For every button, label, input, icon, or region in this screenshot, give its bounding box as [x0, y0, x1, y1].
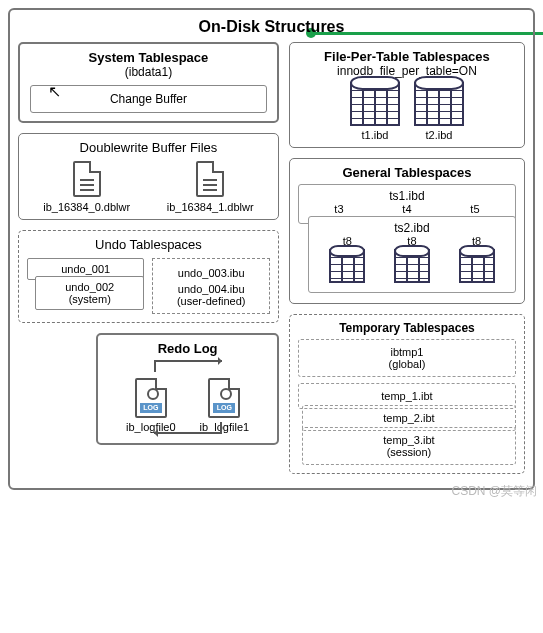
undo-title: Undo Tablespaces [25, 237, 272, 252]
tablespace-icon [350, 82, 400, 126]
temp-title: Temporary Tablespaces [296, 321, 518, 335]
redo-file-0: LOG ib_logfile0 [126, 378, 176, 433]
general-group-1: ts2.ibd t8 t8 t8 [308, 216, 516, 293]
general-title: General Tablespaces [296, 165, 518, 180]
temp-session-file: temp_3.ibt (session) [302, 427, 516, 465]
redo-file-1: LOG ib_logfile1 [200, 378, 250, 433]
fpt-file-1: t2.ibd [414, 82, 464, 141]
redo-cycle-arrows [148, 360, 228, 376]
system-tablespace-panel: ↖ System Tablespace (ibdata1) Change Buf… [18, 42, 279, 123]
doublewrite-title: Doublewrite Buffer Files [25, 140, 272, 155]
tablespace-icon [414, 82, 464, 126]
log-file-icon: LOG [135, 378, 167, 418]
temporary-tablespaces-panel: Temporary Tablespaces ibtmp1 (global) te… [289, 314, 525, 474]
temp-session-group: temp_1.ibt temp_2.ibt temp_3.ibt (sessio… [296, 383, 518, 465]
document-icon [73, 161, 101, 197]
tablespace-icon [394, 249, 430, 283]
undo-user-box: undo_003.ibu undo_004.ibu (user-defined) [152, 258, 269, 314]
main-title: On-Disk Structures [18, 18, 525, 36]
ts-name: ts1.ibd [305, 189, 509, 203]
system-tablespace-subtitle: (ibdata1) [26, 65, 271, 79]
table-name: t4 [402, 203, 411, 215]
on-disk-structures-container: On-Disk Structures ↖ System Tablespace (… [8, 8, 535, 490]
undo-file: undo_002 (system) [35, 276, 144, 310]
change-buffer-box: Change Buffer [30, 85, 267, 113]
doublewrite-file-0: ib_16384_0.dblwr [43, 161, 130, 213]
ts-name: ts2.ibd [315, 221, 509, 235]
log-file-icon: LOG [208, 378, 240, 418]
redo-title: Redo Log [104, 341, 271, 356]
doublewrite-file-1: ib_16384_1.dblwr [167, 161, 254, 213]
undo-system-group: undo_001 undo_002 (system) [27, 258, 144, 314]
undo-tablespaces-panel: Undo Tablespaces undo_001 undo_002 (syst… [18, 230, 279, 323]
temp-global: ibtmp1 (global) [298, 339, 516, 377]
system-tablespace-title: System Tablespace [26, 50, 271, 65]
document-icon [196, 161, 224, 197]
tablespace-icon [459, 249, 495, 283]
table-name: t3 [334, 203, 343, 215]
file-label: t1.ibd [350, 129, 400, 141]
general-tablespaces-panel: General Tablespaces ts1.ibd t3 t4 t5 ts2… [289, 158, 525, 304]
fpt-title: File-Per-Table Tablespaces [296, 49, 518, 64]
fpt-file-0: t1.ibd [350, 82, 400, 141]
file-per-table-panel: File-Per-Table Tablespaces innodb_file_p… [289, 42, 525, 148]
doublewrite-panel: Doublewrite Buffer Files ib_16384_0.dblw… [18, 133, 279, 220]
redo-log-panel: Redo Log LOG ib_logfile0 [96, 333, 279, 445]
file-label: ib_16384_1.dblwr [167, 201, 254, 213]
file-label: ib_16384_0.dblwr [43, 201, 130, 213]
fpt-setting: innodb_file_per_table=ON [296, 64, 518, 78]
file-label: t2.ibd [414, 129, 464, 141]
watermark: CSDN @莫等闲 [451, 483, 537, 498]
undo-user-group: undo_003.ibu undo_004.ibu (user-defined) [152, 258, 269, 314]
table-name: t5 [470, 203, 479, 215]
tablespace-icon [329, 249, 365, 283]
